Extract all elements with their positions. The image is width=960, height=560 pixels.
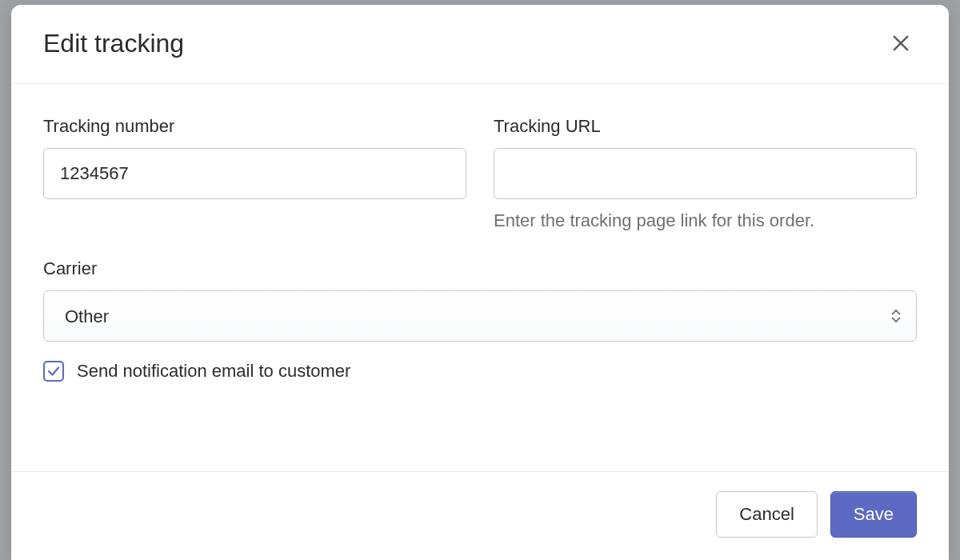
carrier-select[interactable]: Other bbox=[43, 290, 917, 342]
notify-customer-checkbox[interactable] bbox=[43, 361, 64, 382]
tracking-number-input[interactable] bbox=[43, 148, 466, 199]
modal-body: Tracking number Tracking URL Enter the t… bbox=[11, 84, 949, 471]
close-button[interactable] bbox=[885, 27, 917, 59]
tracking-url-input[interactable] bbox=[494, 148, 917, 199]
carrier-select-wrapper: Other bbox=[43, 290, 917, 342]
notify-customer-row[interactable]: Send notification email to customer bbox=[43, 361, 917, 382]
save-button[interactable]: Save bbox=[830, 491, 917, 538]
check-icon bbox=[46, 364, 61, 378]
tracking-number-label: Tracking number bbox=[43, 116, 466, 137]
tracking-number-field: Tracking number bbox=[43, 116, 466, 231]
modal-footer: Cancel Save bbox=[11, 471, 949, 560]
close-icon bbox=[890, 32, 912, 54]
carrier-field: Carrier Other bbox=[43, 258, 917, 342]
tracking-url-field: Tracking URL Enter the tracking page lin… bbox=[494, 116, 917, 231]
carrier-label: Carrier bbox=[43, 258, 917, 279]
modal-header: Edit tracking bbox=[11, 5, 949, 84]
modal-title: Edit tracking bbox=[43, 29, 184, 58]
tracking-url-label: Tracking URL bbox=[494, 116, 917, 137]
tracking-url-help-text: Enter the tracking page link for this or… bbox=[494, 210, 917, 231]
cancel-button[interactable]: Cancel bbox=[716, 491, 817, 538]
form-row-tracking: Tracking number Tracking URL Enter the t… bbox=[43, 116, 917, 231]
edit-tracking-modal: Edit tracking Tracking number Tracking U… bbox=[11, 5, 949, 560]
notify-customer-label: Send notification email to customer bbox=[77, 361, 350, 382]
